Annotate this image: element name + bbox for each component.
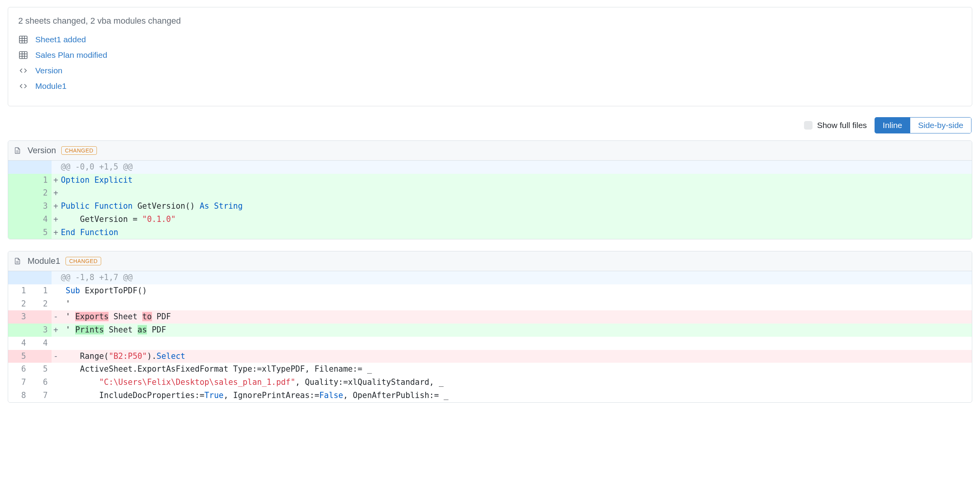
- diff-line: 1+Option Explicit: [8, 174, 972, 187]
- code-token: False: [319, 391, 343, 400]
- line-number-old: [8, 324, 30, 337]
- code-token: As: [200, 201, 209, 211]
- line-number-old: 2: [8, 298, 30, 311]
- show-full-files-toggle[interactable]: Show full files: [804, 121, 867, 130]
- svg-rect-5: [19, 52, 27, 59]
- change-item-link[interactable]: Version: [35, 66, 62, 75]
- code-line: Option Explicit: [60, 174, 972, 187]
- hunk-header-row: @@ -1,8 +1,7 @@: [8, 271, 972, 284]
- line-number-new: [30, 310, 52, 324]
- code-token: ': [61, 299, 71, 308]
- line-number-new: [30, 161, 52, 174]
- diff-file-name: Module1: [28, 256, 60, 266]
- changes-summary-title: 2 sheets changed, 2 vba modules changed: [18, 16, 962, 26]
- diff-line: 11 Sub ExportToPDF(): [8, 284, 972, 298]
- line-number-new: [30, 271, 52, 284]
- code-token: "C:\Users\Felix\Desktop\sales_plan_1.pdf…: [99, 377, 295, 387]
- diff-sign: -: [52, 310, 60, 324]
- code-token: Function: [94, 201, 133, 211]
- code-icon: [18, 81, 28, 91]
- diff-sign: [52, 337, 60, 350]
- line-number-old: 1: [8, 284, 30, 298]
- status-badge: CHANGED: [61, 146, 97, 155]
- code-token: GetVersion(): [133, 201, 200, 211]
- diff-sign: +: [52, 226, 60, 239]
- line-number-old: 8: [8, 389, 30, 402]
- diff-sign: [52, 284, 60, 298]
- change-item-link[interactable]: Sheet1 added: [35, 35, 86, 44]
- diff-sign: [52, 363, 60, 376]
- line-number-old: 6: [8, 363, 30, 376]
- diff-line: 5- Range("B2:P50").Select: [8, 350, 972, 363]
- diff-file-name: Version: [28, 145, 56, 156]
- svg-rect-0: [19, 36, 27, 43]
- code-token: GetVersion =: [61, 215, 142, 224]
- show-full-files-checkbox[interactable]: [804, 121, 813, 130]
- line-number-old: 3: [8, 310, 30, 324]
- inline-view-button[interactable]: Inline: [875, 118, 910, 133]
- code-line: End Function: [60, 226, 972, 239]
- code-token: Select: [157, 351, 185, 361]
- code-token: , OpenAfterPublish:= _: [343, 391, 449, 400]
- diff-line: 87 IncludeDocProperties:=True, IgnorePri…: [8, 389, 972, 402]
- line-number-new: 5: [30, 363, 52, 376]
- code-token: ExportToPDF(): [80, 286, 147, 295]
- code-token: [75, 228, 80, 237]
- code-token: Explicit: [94, 175, 133, 185]
- diff-sign: [52, 376, 60, 389]
- code-token: Function: [80, 228, 118, 237]
- diff-line: 4+ GetVersion = "0.1.0": [8, 213, 972, 226]
- code-token: as: [138, 325, 147, 334]
- diff-sign: +: [52, 213, 60, 226]
- diff-body: @@ -1,8 +1,7 @@11 Sub ExportToPDF()22 '3…: [8, 271, 972, 402]
- line-number-old: [8, 213, 30, 226]
- line-number-old: [8, 226, 30, 239]
- diff-line: 3- ' Exports Sheet to PDF: [8, 310, 972, 324]
- code-token: [61, 377, 99, 387]
- code-token: Prints: [75, 325, 104, 334]
- line-number-old: [8, 271, 30, 284]
- view-mode-segmented-control: Inline Side-by-side: [875, 117, 971, 133]
- change-item-link[interactable]: Sales Plan modified: [35, 50, 107, 60]
- line-number-old: [8, 161, 30, 174]
- status-badge: CHANGED: [66, 257, 101, 265]
- hunk-header-row: @@ -0,0 +1,5 @@: [8, 161, 972, 174]
- line-number-old: 7: [8, 376, 30, 389]
- code-token: Public: [61, 201, 90, 211]
- code-icon: [18, 66, 28, 76]
- code-token: , IgnorePrintAreas:=: [224, 391, 319, 400]
- diff-sign: +: [52, 200, 60, 213]
- diff-sign: +: [52, 174, 60, 187]
- code-line: ' Exports Sheet to PDF: [60, 310, 972, 324]
- diff-panel-header: VersionCHANGED: [8, 141, 972, 161]
- diff-sign: [52, 298, 60, 311]
- change-item: Sheet1 added: [18, 35, 962, 45]
- diff-sign: [52, 389, 60, 402]
- side-by-side-view-button[interactable]: Side-by-side: [910, 118, 971, 133]
- diff-sign: -: [52, 350, 60, 363]
- line-number-new: 4: [30, 213, 52, 226]
- code-token: End: [61, 228, 75, 237]
- diff-line: 44: [8, 337, 972, 350]
- line-number-new: 2: [30, 187, 52, 200]
- show-full-files-label: Show full files: [817, 121, 867, 130]
- diff-line: 3+Public Function GetVersion() As String: [8, 200, 972, 213]
- line-number-new: 7: [30, 389, 52, 402]
- diff-toolbar: Show full files Inline Side-by-side: [9, 117, 971, 133]
- code-token: "B2:P50": [109, 351, 147, 361]
- diff-sign: +: [52, 324, 60, 337]
- code-line: IncludeDocProperties:=True, IgnorePrintA…: [60, 389, 972, 402]
- code-line: "C:\Users\Felix\Desktop\sales_plan_1.pdf…: [60, 376, 972, 389]
- line-number-old: [8, 200, 30, 213]
- code-token: Sheet: [109, 312, 142, 321]
- diff-panel: Module1CHANGED@@ -1,8 +1,7 @@11 Sub Expo…: [8, 251, 972, 402]
- code-line: [60, 337, 972, 350]
- code-token: Exports: [75, 312, 109, 321]
- code-token: Sheet: [104, 325, 137, 334]
- code-line: Sub ExportToPDF(): [60, 284, 972, 298]
- diff-line: 22 ': [8, 298, 972, 311]
- line-number-new: 1: [30, 284, 52, 298]
- file-icon: [14, 257, 22, 265]
- change-item-link[interactable]: Module1: [35, 81, 67, 91]
- code-line: Public Function GetVersion() As String: [60, 200, 972, 213]
